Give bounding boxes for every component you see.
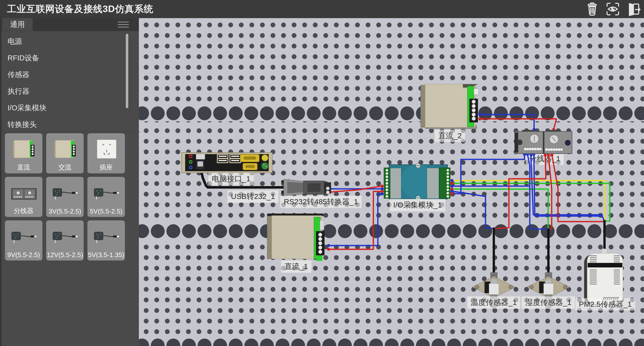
card-adapter-3v[interactable]: 3V(5.5-2.5) [46, 177, 84, 217]
card-dc[interactable]: 直流 [5, 133, 43, 174]
menu-item-adapter[interactable]: 转换接头 [2, 116, 139, 133]
card-ac[interactable]: 交流 [46, 133, 84, 174]
tab-row: 通用 [2, 18, 139, 31]
power-adapter-icon [10, 224, 38, 248]
view-eye-icon[interactable] [606, 2, 620, 16]
socket-icon [93, 137, 120, 161]
tab-general[interactable]: 通用 [2, 18, 33, 31]
menu-item-power[interactable]: 电源 [2, 33, 139, 50]
splitter-icon [10, 181, 38, 205]
device-library-panel: 通用 电源 RFID设备 传感器 执行器 I/O采集模块 转换接头 [0, 18, 139, 346]
card-splitter[interactable]: 分线器 [5, 177, 43, 217]
device-label: I/O采集模块_1 [390, 199, 445, 211]
power-adapter-icon [93, 224, 120, 248]
dc-module-icon [10, 137, 38, 161]
ac-module-icon [51, 137, 79, 161]
app-title: 工业互联网设备及接线3D仿真系统 [7, 3, 153, 15]
card-adapter-12v[interactable]: 12V(5.5-2.5) [46, 220, 84, 261]
pegboard-canvas[interactable]: 分线器_1 [139, 18, 644, 346]
device-label: 直流_2 [435, 130, 465, 142]
power-adapter-icon [93, 181, 120, 205]
device-label: PM2.5传感器_1 [575, 298, 635, 310]
usb-to-232-device[interactable] [281, 179, 331, 196]
device-label: RS232转485转换器_1 [280, 196, 361, 208]
pm25-sensor-device[interactable] [584, 220, 623, 305]
device-label: 温度传感器_1 [467, 296, 520, 309]
menu-item-sensor[interactable]: 传感器 [2, 66, 139, 83]
device-card-grid: 直流 交流 插座 分线器 3V(5.5-2.5) 5V(5.5-2.5) 9V(… [2, 132, 140, 261]
device-label: 直流_1 [281, 260, 311, 273]
computer-interface-device[interactable] [182, 153, 272, 173]
exit-icon[interactable] [626, 2, 640, 16]
menu-scrollbar[interactable] [126, 34, 128, 108]
dc-module-2-device[interactable] [421, 84, 478, 129]
menu-item-io-module[interactable]: I/O采集模块 [2, 99, 139, 116]
device-label: USB转232_1 [227, 190, 278, 203]
title-bar-actions [585, 2, 640, 16]
card-adapter-9v[interactable]: 9V(5.5-2.5) [5, 220, 43, 261]
menu-item-rfid[interactable]: RFID设备 [2, 50, 139, 66]
card-socket[interactable]: 插座 [87, 133, 125, 174]
menu-item-actuator[interactable]: 执行器 [2, 83, 139, 99]
device-label: 电脑接口_1 [208, 173, 254, 185]
title-bar: 工业互联网设备及接线3D仿真系统 [0, 0, 644, 18]
category-menu: 电源 RFID设备 传感器 执行器 I/O采集模块 转换接头 [2, 31, 139, 133]
trash-icon[interactable] [585, 2, 599, 16]
card-adapter-5v[interactable]: 5V(5.5-2.5) [87, 177, 125, 217]
app-root: { "title_bar": { "title": "工业互联网设备及接线3D仿… [0, 0, 644, 346]
dc-module-1-device[interactable] [267, 214, 325, 261]
io-collect-module-device[interactable] [384, 163, 450, 200]
card-adapter-5v-slim[interactable]: 5V(3.5-1.35) [87, 220, 125, 261]
power-adapter-icon [51, 181, 79, 205]
menu-hamburger-icon[interactable] [118, 22, 129, 28]
device-label: 湿度传感器_1 [522, 296, 575, 309]
splitter-device[interactable] [515, 130, 572, 154]
power-adapter-icon [51, 224, 79, 248]
